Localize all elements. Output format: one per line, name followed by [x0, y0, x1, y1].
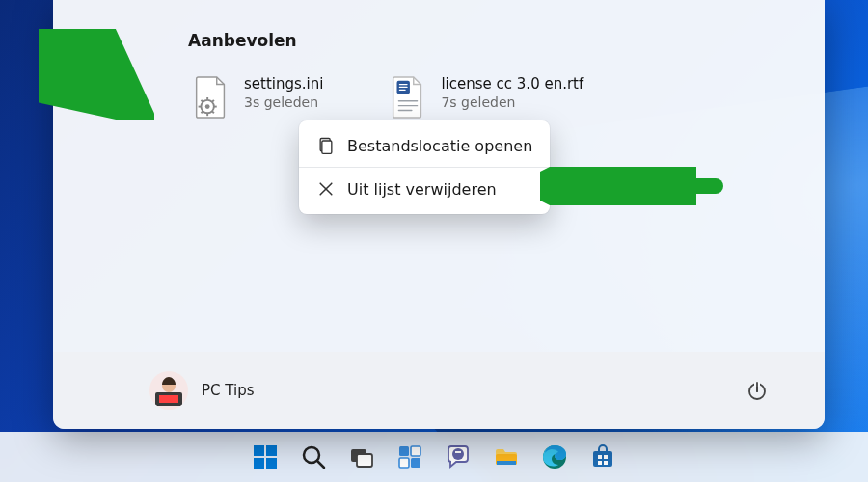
taskbar-task-view-button[interactable] [340, 436, 383, 478]
svg-point-41 [452, 448, 464, 460]
svg-rect-44 [497, 461, 516, 465]
file-explorer-icon [493, 443, 520, 470]
power-button[interactable] [738, 371, 776, 410]
svg-rect-48 [604, 455, 608, 459]
recommended-item-name: license cc 3.0 en.rtf [441, 75, 583, 93]
recommended-item-time: 7s geleden [441, 94, 583, 110]
start-menu-panel: Aanbevolen settings.ini [53, 0, 825, 429]
rtf-file-icon [389, 75, 427, 120]
power-icon [746, 379, 769, 402]
widgets-icon [396, 443, 423, 470]
user-name: PC Tips [202, 382, 255, 399]
start-menu-footer: PC Tips [53, 352, 825, 429]
context-open-location[interactable]: Bestandslocatie openen [299, 126, 550, 165]
recommended-grid: settings.ini 3s geleden [92, 71, 786, 123]
edge-icon [541, 443, 568, 470]
taskbar [0, 432, 868, 482]
context-open-location-label: Bestandslocatie openen [347, 137, 532, 155]
context-menu: Bestandslocatie openen Uit lijst verwijd… [299, 120, 550, 214]
svg-line-7 [212, 111, 214, 113]
svg-rect-38 [411, 446, 420, 456]
recommended-item-settings[interactable]: settings.ini 3s geleden [188, 71, 327, 123]
svg-rect-49 [598, 461, 602, 465]
svg-line-6 [201, 100, 203, 102]
taskbar-chat-button[interactable] [437, 436, 479, 478]
taskbar-search-button[interactable] [292, 436, 335, 478]
svg-rect-31 [254, 458, 264, 469]
taskbar-start-button[interactable] [244, 436, 286, 478]
recommended-item-time: 3s geleden [244, 94, 323, 110]
search-icon [300, 443, 327, 470]
taskbar-widgets-button[interactable] [389, 436, 431, 478]
user-avatar[interactable] [149, 371, 188, 410]
svg-rect-19 [159, 395, 178, 403]
recommended-item-license[interactable]: license cc 3.0 en.rtf 7s geleden [385, 71, 587, 123]
svg-rect-47 [598, 455, 602, 459]
context-remove-from-list[interactable]: Uit lijst verwijderen [299, 170, 550, 208]
svg-rect-36 [357, 454, 372, 467]
microsoft-store-icon [589, 443, 616, 470]
svg-line-8 [212, 100, 214, 102]
taskbar-store-button[interactable] [582, 436, 624, 478]
svg-rect-50 [604, 461, 608, 465]
svg-rect-30 [266, 445, 277, 456]
svg-rect-42 [455, 451, 461, 453]
svg-line-34 [317, 461, 324, 468]
task-view-icon [348, 443, 375, 470]
svg-rect-32 [266, 458, 277, 469]
recommended-heading: Aanbevolen [188, 31, 786, 50]
recommended-item-name: settings.ini [244, 75, 323, 93]
svg-rect-37 [399, 446, 409, 456]
chat-icon [445, 443, 472, 470]
windows-start-icon [252, 443, 279, 470]
svg-rect-46 [593, 451, 612, 467]
svg-rect-26 [322, 141, 332, 153]
context-menu-divider [299, 167, 550, 168]
close-icon [316, 179, 336, 199]
ini-file-icon [192, 75, 231, 120]
open-folder-icon [316, 136, 336, 155]
taskbar-file-explorer-button[interactable] [485, 436, 528, 478]
svg-rect-29 [254, 445, 264, 456]
context-remove-from-list-label: Uit lijst verwijderen [347, 180, 497, 199]
svg-point-1 [205, 104, 210, 109]
svg-rect-39 [399, 458, 409, 468]
taskbar-edge-button[interactable] [533, 436, 576, 478]
svg-line-9 [201, 111, 203, 113]
svg-rect-40 [411, 458, 420, 468]
